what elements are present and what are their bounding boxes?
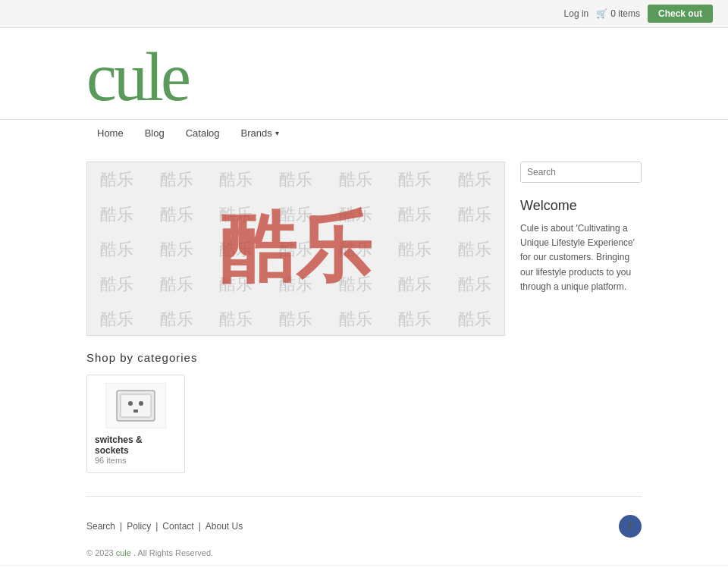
banner-watermark-cell: 酷乐 (385, 162, 445, 197)
banner-watermark-cell: 酷乐 (444, 267, 504, 302)
category-card-switches-sockets[interactable]: switches & sockets 96 items (86, 375, 185, 473)
footer-links: Search | Policy | Contact | About Us f (0, 507, 728, 545)
search-box: 🔍 (520, 162, 642, 183)
banner-watermark-cell: 酷乐 (325, 302, 385, 336)
facebook-button[interactable]: f (619, 515, 642, 538)
footer-separator: | (120, 521, 122, 532)
category-image (105, 383, 166, 428)
footer-links-left: Search | Policy | Contact | About Us (86, 521, 243, 532)
banner-watermark-cell: 酷乐 (87, 232, 147, 267)
svg-point-3 (139, 401, 143, 406)
footer-policy[interactable]: Policy (127, 521, 151, 532)
banner-watermark-cell: 酷乐 (206, 162, 266, 197)
login-link[interactable]: Log in (564, 8, 589, 19)
footer-contact[interactable]: Contact (162, 521, 193, 532)
welcome-box: Welcome Cule is about 'Cultivating a Uni… (520, 198, 642, 294)
cart-area: 🛒 0 items (596, 8, 640, 19)
banner-watermark-cell: 酷乐 (325, 162, 385, 197)
copyright-text-2: . All Rights Reserved. (131, 548, 213, 557)
checkout-button[interactable]: Check out (648, 5, 713, 23)
cule-link[interactable]: cule (116, 548, 131, 557)
cart-count: 0 items (610, 8, 640, 19)
header: cule (0, 28, 728, 119)
categories-section: Shop by categories switches & sockets 96… (0, 351, 728, 488)
nav-brands-menu: Brands ▾ (231, 120, 290, 146)
divider (86, 496, 642, 497)
payment-section: PAYMENT METHODS WE ACCEPT VISA MC PayPal (0, 565, 728, 568)
category-label: switches & sockets (95, 435, 177, 456)
banner-watermark-cell: 酷乐 (385, 302, 445, 336)
banner-watermark-cell: 酷乐 (87, 302, 147, 336)
banner: 酷乐酷乐酷乐酷乐酷乐酷乐酷乐酷乐酷乐酷乐酷乐酷乐酷乐酷乐酷乐酷乐酷乐酷乐酷乐酷乐… (86, 162, 505, 336)
top-bar: Log in 🛒 0 items Check out (0, 0, 728, 28)
banner-watermark-cell: 酷乐 (147, 232, 207, 267)
welcome-title: Welcome (520, 198, 642, 214)
logo-text: cule (86, 39, 188, 115)
banner-watermark-cell: 酷乐 (147, 302, 207, 336)
banner-area: 酷乐酷乐酷乐酷乐酷乐酷乐酷乐酷乐酷乐酷乐酷乐酷乐酷乐酷乐酷乐酷乐酷乐酷乐酷乐酷乐… (86, 162, 505, 336)
footer-separator: | (155, 521, 158, 532)
banner-watermark-cell: 酷乐 (87, 267, 147, 302)
footer-about[interactable]: About Us (206, 521, 243, 532)
chevron-down-icon: ▾ (275, 129, 279, 137)
banner-watermark-cell: 酷乐 (444, 232, 504, 267)
nav-catalog[interactable]: Catalog (175, 120, 231, 146)
banner-watermark-cell: 酷乐 (206, 302, 266, 336)
banner-watermark-cell: 酷乐 (266, 302, 326, 336)
nav-blog[interactable]: Blog (134, 120, 175, 146)
svg-point-2 (128, 401, 133, 406)
categories-grid: switches & sockets 96 items (86, 375, 642, 473)
banner-watermark-cell: 酷乐 (147, 267, 207, 302)
copyright-text: © 2023 (86, 548, 116, 557)
logo[interactable]: cule (86, 43, 284, 111)
banner-watermark-cell: 酷乐 (147, 162, 207, 197)
navigation: Home Blog Catalog Brands ▾ (0, 119, 728, 146)
brands-label: Brands (241, 127, 272, 139)
main-content: 酷乐酷乐酷乐酷乐酷乐酷乐酷乐酷乐酷乐酷乐酷乐酷乐酷乐酷乐酷乐酷乐酷乐酷乐酷乐酷乐… (0, 146, 728, 351)
banner-watermark-cell: 酷乐 (444, 302, 504, 336)
nav-home[interactable]: Home (86, 120, 134, 146)
search-input[interactable] (521, 162, 642, 182)
categories-title: Shop by categories (86, 351, 642, 364)
banner-watermark-cell: 酷乐 (385, 197, 445, 232)
footer-separator: | (199, 521, 201, 532)
svg-rect-4 (133, 410, 138, 413)
banner-watermark-cell: 酷乐 (87, 162, 147, 197)
svg-rect-1 (121, 394, 151, 417)
footer-search[interactable]: Search (86, 521, 115, 532)
cart-icon: 🛒 (596, 8, 607, 19)
socket-icon (113, 387, 158, 425)
category-count: 96 items (95, 456, 177, 465)
banner-watermark-cell: 酷乐 (87, 197, 147, 232)
banner-watermark-cell: 酷乐 (266, 162, 326, 197)
banner-watermark-cell: 酷乐 (147, 197, 207, 232)
banner-watermark-cell: 酷乐 (444, 197, 504, 232)
nav-brands[interactable]: Brands ▾ (231, 120, 290, 146)
copyright: © 2023 cule . All Rights Reserved. (0, 545, 728, 565)
banner-watermark-cell: 酷乐 (444, 162, 504, 197)
banner-watermark-cell: 酷乐 (385, 232, 445, 267)
welcome-body: Cule is about 'Cultivating a Unique Life… (520, 221, 642, 294)
banner-main-text: 酷乐 (220, 198, 372, 300)
sidebar: 🔍 Welcome Cule is about 'Cultivating a U… (520, 162, 642, 336)
banner-watermark-cell: 酷乐 (385, 267, 445, 302)
